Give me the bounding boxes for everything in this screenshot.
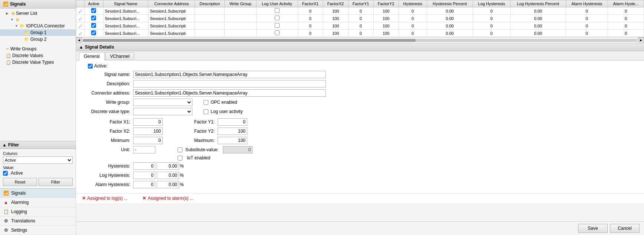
row-active-checkbox[interactable] [91,30,96,35]
tree-item-server1[interactable]: ▼ 🖥 [0,17,76,23]
alarm-hysteresis-input1[interactable] [133,181,155,188]
assigned-logs-link[interactable]: ✕ Assigned to log(s) ... [82,196,128,201]
col-connector[interactable]: Connector Address [148,0,195,7]
tree-item-opcua[interactable]: ▼ 📁 \OPCUA.Connector [0,23,76,29]
tree-item-write-groups[interactable]: ✏ Write Groups [0,46,76,52]
tree-item-discrete-value-types[interactable]: 📋 Discrete Value Types [0,59,76,66]
maximum-input[interactable] [218,137,247,144]
assigned-alarms-link[interactable]: ✕ Assigned to alarm(s) ... [142,196,193,201]
nav-alarming[interactable]: ▲ Alarming [0,198,76,207]
row-hys-pct: 0.00 [427,7,473,15]
unit-input[interactable] [133,146,155,153]
col-hys-pct[interactable]: Hysteresis Percent [427,0,473,7]
col-alarm-hys[interactable]: Alarm Hysteresis [566,0,608,7]
col-active[interactable]: Active [85,0,103,7]
hscroll-left-arrow[interactable]: ◀ [76,37,82,43]
col-alarm-hys2[interactable]: Alarm Hyste... [608,0,644,7]
row-active-cell[interactable] [85,7,103,15]
col-fx2[interactable]: FactorX2 [323,0,348,7]
tree-item-discrete-values[interactable]: 📋 Discrete Values [0,52,76,59]
row-alarm-hys: 0 [566,22,608,30]
hysteresis-input2[interactable] [157,162,179,170]
column-select[interactable]: Active [3,156,73,164]
col-fx1[interactable]: FactorX1 [298,0,323,7]
table-row[interactable]: 🖊 Session1.Subscri... Session1.Subscript… [76,22,644,30]
row-log-user-checkbox[interactable] [275,23,280,28]
row-hys: 0 [399,22,427,30]
reset-button[interactable]: Reset [3,178,37,186]
opc-enabled-checkbox[interactable] [204,100,208,105]
write-group-select[interactable] [133,99,192,106]
row-active-cell[interactable] [85,15,103,22]
active-checkbox[interactable] [3,171,8,176]
hscroll-thumb[interactable] [83,39,416,42]
col-description[interactable]: Description [195,0,225,7]
col-hys[interactable]: Hysteresis [399,0,427,7]
tree-item-group1[interactable]: 📁 Group 1 [0,29,76,36]
col-log-hys[interactable]: Log Hysteresis [473,0,510,7]
row-log-user-checkbox[interactable] [275,30,280,35]
substitute-checkbox[interactable] [178,148,182,152]
signal-name-input[interactable] [133,71,326,78]
active-detail-checkbox[interactable] [88,64,93,69]
tab-general[interactable]: General [79,52,105,60]
filter-button[interactable]: Filter [39,178,73,186]
row-log-user[interactable] [256,30,298,37]
minimum-input[interactable] [133,137,163,144]
hscroll-right-arrow[interactable]: ▶ [638,37,644,43]
save-button[interactable]: Save [578,224,608,233]
fy1-input[interactable] [218,118,247,126]
alarm-hysteresis-input2[interactable] [157,181,179,188]
row-fy1: 0 [348,15,373,22]
connector-input[interactable] [133,89,326,97]
server-icon: 🖥 [15,17,19,22]
fx1-input[interactable] [133,118,163,126]
tab-vchannel[interactable]: VChannel [105,52,135,60]
log-hysteresis-input1[interactable] [133,172,155,179]
substitute-input[interactable] [223,146,252,153]
col-log-hys-pct[interactable]: Log Hysteresis Percent [511,0,566,7]
nav-settings[interactable]: ⚙ Settings [0,226,76,235]
row-active-cell[interactable] [85,22,103,30]
table-row[interactable]: 🖊 Session1.Subscri... Session1.Subscript… [76,30,644,37]
hscroll-track[interactable] [83,39,637,42]
col-fy1[interactable]: FactorY1 [348,0,373,7]
row-active-cell[interactable] [85,30,103,37]
tree-item-group2[interactable]: 📁 Group 2 [0,36,76,43]
iot-checkbox[interactable] [178,156,182,160]
row-active-checkbox[interactable] [91,8,96,13]
fy2-input[interactable] [218,128,247,135]
log-user-checkbox[interactable] [204,109,208,114]
nav-signals[interactable]: 📶 Signals [0,189,76,198]
col-signal-name[interactable]: Signal Name [103,0,148,7]
fx2-input[interactable] [133,128,163,135]
col-log-user[interactable]: Log User Activity [256,0,298,7]
row-log-user-checkbox[interactable] [275,16,280,20]
fx1-label: Factor X1: [82,119,130,125]
row-active-checkbox[interactable] [91,23,96,28]
row-log-user[interactable] [256,22,298,30]
col-fy2[interactable]: FactorY2 [373,0,399,7]
row-active-checkbox[interactable] [91,16,96,20]
cancel-button[interactable]: Cancel [610,224,640,233]
filter-header[interactable]: ▲ Filter [0,141,76,149]
table-row[interactable]: 🖊 Session1.Subscri... Session1.Subscript… [76,15,644,22]
hysteresis-input1[interactable] [133,162,155,170]
nav-logging[interactable]: 📋 Logging [0,207,76,216]
description-input[interactable] [133,80,326,87]
row-fy2: 100 [373,22,399,30]
opc-enabled-label: OPC enabled [211,100,237,105]
col-write-group[interactable]: Write Group [225,0,256,7]
discrete-type-select[interactable] [133,108,192,115]
tree-item-server-list[interactable]: ▶ 🖥 Server List [0,10,76,17]
table-row[interactable]: 🖊 Session1.Subscri... Session1.Subscript… [76,7,644,15]
row-log-user[interactable] [256,7,298,15]
log-hysteresis-input2[interactable] [157,172,179,179]
substitute-row: Substitute-value: [178,146,252,153]
expand-icon3: ▼ [15,24,19,28]
expand-icon: ▶ [6,11,10,15]
row-log-user-checkbox[interactable] [275,8,280,13]
hscroll-container[interactable]: ◀ ▶ [76,37,644,43]
nav-translations[interactable]: ⚙ Translations [0,216,76,226]
row-log-user[interactable] [256,15,298,22]
